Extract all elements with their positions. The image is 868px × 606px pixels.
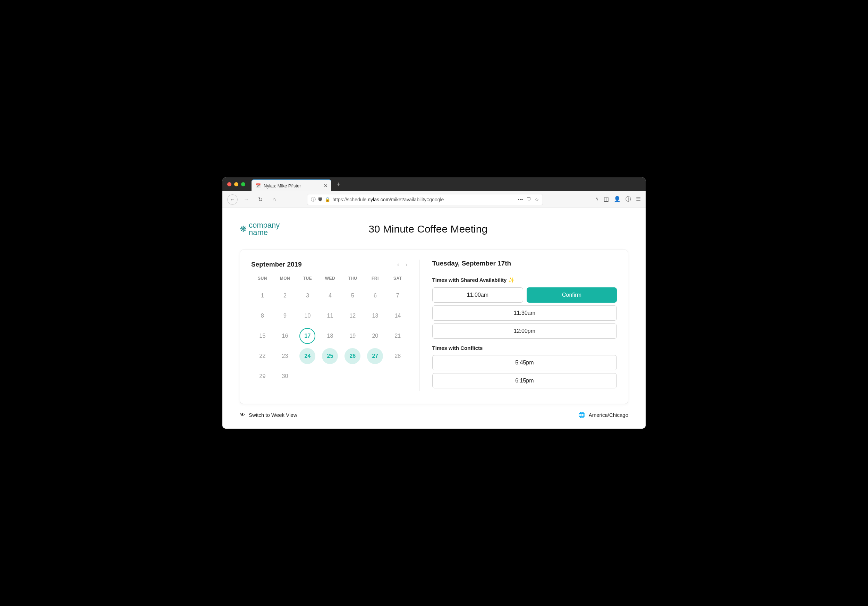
home-button[interactable]: ⌂: [269, 194, 279, 205]
calendar-day[interactable]: 4: [319, 286, 341, 306]
calendar-panel: September 2019 ‹ › SUNMONTUEWEDTHUFRISAT…: [251, 259, 419, 391]
calendar-day[interactable]: 7: [386, 286, 409, 306]
confirm-button[interactable]: Confirm: [527, 287, 617, 303]
calendar-day[interactable]: 15: [251, 326, 274, 346]
menu-icon[interactable]: ☰: [636, 196, 641, 203]
close-tab-button[interactable]: ✕: [324, 183, 328, 188]
maximize-window-button[interactable]: [241, 182, 245, 186]
account-icon[interactable]: 👤: [614, 196, 621, 203]
calendar-day: [319, 366, 341, 386]
calendar-day: [341, 366, 364, 386]
calendar-day[interactable]: 26: [341, 346, 364, 366]
calendar-day[interactable]: 5: [341, 286, 364, 306]
forward-button[interactable]: →: [241, 194, 251, 205]
calendar-day[interactable]: 13: [364, 306, 386, 326]
calendar-day[interactable]: 3: [296, 286, 319, 306]
calendar-weekday-header: WED: [319, 276, 341, 286]
time-slot[interactable]: 12:00pm: [432, 323, 617, 339]
calendar-day[interactable]: 20: [364, 326, 386, 346]
calendar-weekday-header: MON: [274, 276, 296, 286]
globe-icon: 🌐: [578, 412, 585, 418]
switch-view-button[interactable]: 👁 Switch to Week View: [240, 412, 297, 418]
window-controls: [227, 182, 245, 186]
page-title: 30 Minute Coffee Meeting: [280, 223, 576, 235]
calendar-day[interactable]: 6: [364, 286, 386, 306]
info-circle-icon[interactable]: ⓘ: [626, 196, 631, 203]
new-tab-button[interactable]: +: [337, 181, 341, 188]
toolbar-right: ⑊ ◫ 👤 ⓘ ☰: [595, 196, 641, 203]
calendar-day: [296, 366, 319, 386]
conflict-time-slot[interactable]: 5:45pm: [432, 355, 617, 370]
pocket-icon[interactable]: ⛉: [526, 197, 531, 202]
calendar-day[interactable]: 28: [386, 346, 409, 366]
tab-title: Nylas: Mike Pfister: [264, 183, 321, 188]
time-slot[interactable]: 11:00am: [432, 287, 523, 303]
calendar-weekday-header: THU: [341, 276, 364, 286]
calendar-day[interactable]: 17: [296, 326, 319, 346]
url-actions: ••• ⛉ ☆: [518, 197, 539, 202]
calendar-day[interactable]: 21: [386, 326, 409, 346]
times-panel: Tuesday, September 17th Times with Share…: [420, 259, 617, 391]
calendar-icon: 📅: [256, 183, 261, 188]
bookmark-icon[interactable]: ☆: [535, 197, 539, 202]
lock-icon: 🔒: [325, 197, 330, 202]
tracking-shield-icon[interactable]: ⛊: [318, 197, 322, 202]
time-slot[interactable]: 11:30am: [432, 305, 617, 321]
close-window-button[interactable]: [227, 182, 231, 186]
calendar-weekday-header: TUE: [296, 276, 319, 286]
calendar-day[interactable]: 9: [274, 306, 296, 326]
calendar-day[interactable]: 23: [274, 346, 296, 366]
timezone-label: America/Chicago: [589, 412, 628, 418]
browser-tab[interactable]: 📅 Nylas: Mike Pfister ✕: [251, 179, 331, 191]
company-logo: ❋ company name: [240, 222, 280, 236]
calendar-day[interactable]: 19: [341, 326, 364, 346]
calendar-day[interactable]: 2: [274, 286, 296, 306]
page-header: ❋ company name 30 Minute Coffee Meeting: [240, 222, 628, 236]
sidebar-icon[interactable]: ◫: [604, 196, 609, 203]
calendar-day: [364, 366, 386, 386]
conflict-time-slot[interactable]: 6:15pm: [432, 373, 617, 388]
switch-view-label: Switch to Week View: [249, 412, 297, 418]
calendar-day[interactable]: 30: [274, 366, 296, 386]
conflicts-label: Times with Conflicts: [432, 345, 617, 351]
calendar-day[interactable]: 8: [251, 306, 274, 326]
calendar-day[interactable]: 29: [251, 366, 274, 386]
prev-month-button[interactable]: ‹: [396, 259, 401, 270]
eye-icon: 👁: [240, 412, 245, 418]
calendar-day[interactable]: 16: [274, 326, 296, 346]
calendar-weekday-header: SAT: [386, 276, 409, 286]
calendar-grid: SUNMONTUEWEDTHUFRISAT 123456789101112131…: [251, 276, 409, 386]
calendar-day[interactable]: 12: [341, 306, 364, 326]
calendar-day[interactable]: 14: [386, 306, 409, 326]
calendar-day[interactable]: 24: [296, 346, 319, 366]
page-content: ❋ company name 30 Minute Coffee Meeting …: [222, 208, 646, 429]
minimize-window-button[interactable]: [234, 182, 238, 186]
calendar-day[interactable]: 27: [364, 346, 386, 366]
shared-availability-label: Times with Shared Availability ✨: [432, 277, 617, 283]
next-month-button[interactable]: ›: [404, 259, 409, 270]
info-icon[interactable]: ⓘ: [311, 196, 316, 203]
scheduler-card: September 2019 ‹ › SUNMONTUEWEDTHUFRISAT…: [240, 250, 628, 404]
calendar-day[interactable]: 22: [251, 346, 274, 366]
calendar-day[interactable]: 18: [319, 326, 341, 346]
back-button[interactable]: ←: [227, 194, 238, 205]
browser-toolbar: ← → ↻ ⌂ ⓘ ⛊ 🔒 https://schedule.nylas.com…: [222, 191, 646, 208]
browser-window: 📅 Nylas: Mike Pfister ✕ + ← → ↻ ⌂ ⓘ ⛊ 🔒 …: [222, 177, 646, 429]
calendar-day[interactable]: 1: [251, 286, 274, 306]
calendar-day[interactable]: 11: [319, 306, 341, 326]
reload-button[interactable]: ↻: [255, 194, 265, 205]
calendar-day[interactable]: 10: [296, 306, 319, 326]
calendar-month-label: September 2019: [251, 261, 396, 268]
timezone-selector[interactable]: 🌐 America/Chicago: [578, 412, 628, 418]
page-footer: 👁 Switch to Week View 🌐 America/Chicago: [240, 412, 628, 418]
calendar-day[interactable]: 25: [319, 346, 341, 366]
url-bar[interactable]: ⓘ ⛊ 🔒 https://schedule.nylas.com/mike?av…: [307, 194, 543, 205]
browser-tab-bar: 📅 Nylas: Mike Pfister ✕ +: [222, 177, 646, 191]
selected-day-label: Tuesday, September 17th: [432, 259, 617, 267]
calendar-weekday-header: SUN: [251, 276, 274, 286]
logo-icon: ❋: [240, 224, 246, 234]
calendar-weekday-header: FRI: [364, 276, 386, 286]
url-text: https://schedule.nylas.com/mike?availabi…: [332, 197, 512, 202]
more-icon[interactable]: •••: [518, 197, 523, 202]
library-icon[interactable]: ⑊: [595, 196, 599, 203]
